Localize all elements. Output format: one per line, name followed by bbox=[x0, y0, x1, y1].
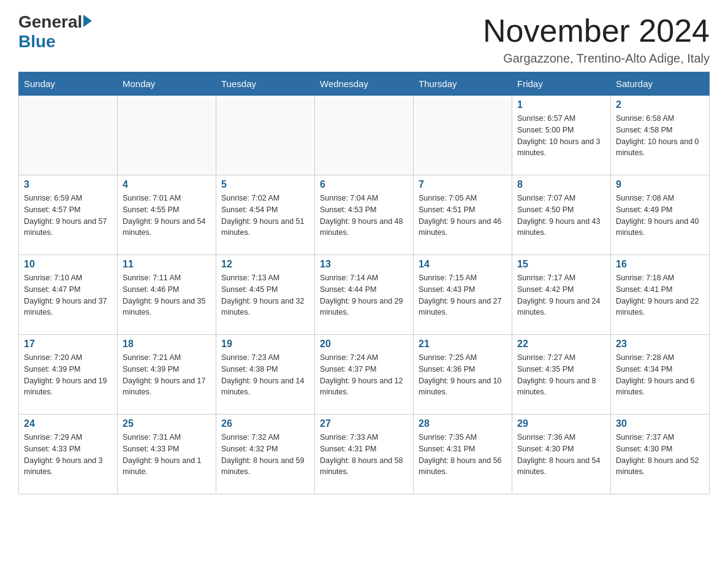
day-info: Sunrise: 7:35 AM Sunset: 4:31 PM Dayligh… bbox=[419, 432, 507, 478]
day-info: Sunrise: 7:11 AM Sunset: 4:46 PM Dayligh… bbox=[123, 272, 211, 318]
day-number: 12 bbox=[221, 259, 309, 270]
day-number: 26 bbox=[221, 418, 309, 429]
day-number: 10 bbox=[24, 259, 112, 270]
calendar-cell bbox=[19, 96, 118, 175]
day-number: 1 bbox=[517, 99, 605, 110]
logo: General Blue bbox=[18, 12, 92, 52]
logo-arrow-icon bbox=[83, 15, 92, 27]
calendar-cell: 17Sunrise: 7:20 AM Sunset: 4:39 PM Dayli… bbox=[19, 335, 118, 415]
day-info: Sunrise: 7:31 AM Sunset: 4:33 PM Dayligh… bbox=[123, 432, 211, 478]
day-info: Sunrise: 7:33 AM Sunset: 4:31 PM Dayligh… bbox=[320, 432, 408, 478]
calendar-header-row: SundayMondayTuesdayWednesdayThursdayFrid… bbox=[19, 72, 710, 96]
calendar-cell: 28Sunrise: 7:35 AM Sunset: 4:31 PM Dayli… bbox=[414, 415, 512, 494]
weekday-header-sunday: Sunday bbox=[19, 72, 118, 96]
weekday-header-friday: Friday bbox=[512, 72, 611, 96]
day-info: Sunrise: 7:05 AM Sunset: 4:51 PM Dayligh… bbox=[419, 193, 507, 239]
calendar-cell: 18Sunrise: 7:21 AM Sunset: 4:39 PM Dayli… bbox=[118, 335, 216, 415]
calendar-cell: 21Sunrise: 7:25 AM Sunset: 4:36 PM Dayli… bbox=[414, 335, 512, 415]
day-number: 13 bbox=[320, 259, 408, 270]
day-info: Sunrise: 7:32 AM Sunset: 4:32 PM Dayligh… bbox=[221, 432, 309, 478]
calendar-cell: 24Sunrise: 7:29 AM Sunset: 4:33 PM Dayli… bbox=[19, 415, 118, 494]
calendar-cell bbox=[216, 96, 315, 175]
weekday-header-tuesday: Tuesday bbox=[216, 72, 315, 96]
calendar-cell bbox=[414, 96, 512, 175]
day-number: 20 bbox=[320, 339, 408, 350]
day-info: Sunrise: 7:10 AM Sunset: 4:47 PM Dayligh… bbox=[24, 272, 112, 318]
day-number: 6 bbox=[320, 179, 408, 190]
calendar-cell: 16Sunrise: 7:18 AM Sunset: 4:41 PM Dayli… bbox=[611, 255, 710, 335]
calendar-cell: 12Sunrise: 7:13 AM Sunset: 4:45 PM Dayli… bbox=[216, 255, 315, 335]
day-info: Sunrise: 7:27 AM Sunset: 4:35 PM Dayligh… bbox=[517, 352, 605, 398]
day-number: 25 bbox=[123, 418, 211, 429]
day-number: 18 bbox=[123, 339, 211, 350]
weekday-header-monday: Monday bbox=[118, 72, 216, 96]
day-info: Sunrise: 7:04 AM Sunset: 4:53 PM Dayligh… bbox=[320, 193, 408, 239]
calendar-cell: 25Sunrise: 7:31 AM Sunset: 4:33 PM Dayli… bbox=[118, 415, 216, 494]
day-number: 3 bbox=[24, 179, 112, 190]
day-number: 15 bbox=[517, 259, 605, 270]
calendar-cell: 19Sunrise: 7:23 AM Sunset: 4:38 PM Dayli… bbox=[216, 335, 315, 415]
day-number: 27 bbox=[320, 418, 408, 429]
calendar-cell: 26Sunrise: 7:32 AM Sunset: 4:32 PM Dayli… bbox=[216, 415, 315, 494]
day-number: 4 bbox=[123, 179, 211, 190]
calendar-cell: 1Sunrise: 6:57 AM Sunset: 5:00 PM Daylig… bbox=[512, 96, 611, 175]
day-info: Sunrise: 7:20 AM Sunset: 4:39 PM Dayligh… bbox=[24, 352, 112, 398]
calendar-cell: 13Sunrise: 7:14 AM Sunset: 4:44 PM Dayli… bbox=[315, 255, 414, 335]
day-info: Sunrise: 7:36 AM Sunset: 4:30 PM Dayligh… bbox=[517, 432, 605, 478]
calendar-cell: 5Sunrise: 7:02 AM Sunset: 4:54 PM Daylig… bbox=[216, 175, 315, 255]
day-info: Sunrise: 7:37 AM Sunset: 4:30 PM Dayligh… bbox=[616, 432, 704, 478]
day-number: 23 bbox=[616, 339, 704, 350]
page-header: General Blue November 2024 Gargazzone, T… bbox=[18, 12, 710, 66]
calendar-cell: 9Sunrise: 7:08 AM Sunset: 4:49 PM Daylig… bbox=[611, 175, 710, 255]
day-info: Sunrise: 7:18 AM Sunset: 4:41 PM Dayligh… bbox=[616, 272, 704, 318]
weekday-header-wednesday: Wednesday bbox=[315, 72, 414, 96]
day-info: Sunrise: 7:07 AM Sunset: 4:50 PM Dayligh… bbox=[517, 193, 605, 239]
calendar-cell: 10Sunrise: 7:10 AM Sunset: 4:47 PM Dayli… bbox=[19, 255, 118, 335]
calendar-cell: 7Sunrise: 7:05 AM Sunset: 4:51 PM Daylig… bbox=[414, 175, 512, 255]
day-number: 29 bbox=[517, 418, 605, 429]
calendar-cell: 22Sunrise: 7:27 AM Sunset: 4:35 PM Dayli… bbox=[512, 335, 611, 415]
day-number: 11 bbox=[123, 259, 211, 270]
day-number: 21 bbox=[419, 339, 507, 350]
calendar-cell: 8Sunrise: 7:07 AM Sunset: 4:50 PM Daylig… bbox=[512, 175, 611, 255]
month-title: November 2024 bbox=[483, 12, 710, 49]
day-info: Sunrise: 7:15 AM Sunset: 4:43 PM Dayligh… bbox=[419, 272, 507, 318]
day-info: Sunrise: 7:24 AM Sunset: 4:37 PM Dayligh… bbox=[320, 352, 408, 398]
calendar-cell: 6Sunrise: 7:04 AM Sunset: 4:53 PM Daylig… bbox=[315, 175, 414, 255]
day-number: 30 bbox=[616, 418, 704, 429]
day-number: 22 bbox=[517, 339, 605, 350]
calendar-cell: 14Sunrise: 7:15 AM Sunset: 4:43 PM Dayli… bbox=[414, 255, 512, 335]
day-info: Sunrise: 7:23 AM Sunset: 4:38 PM Dayligh… bbox=[221, 352, 309, 398]
calendar-table: SundayMondayTuesdayWednesdayThursdayFrid… bbox=[18, 72, 710, 494]
day-info: Sunrise: 7:17 AM Sunset: 4:42 PM Dayligh… bbox=[517, 272, 605, 318]
day-number: 14 bbox=[419, 259, 507, 270]
day-info: Sunrise: 7:13 AM Sunset: 4:45 PM Dayligh… bbox=[221, 272, 309, 318]
calendar-week-row: 3Sunrise: 6:59 AM Sunset: 4:57 PM Daylig… bbox=[19, 175, 710, 255]
day-info: Sunrise: 6:57 AM Sunset: 5:00 PM Dayligh… bbox=[517, 113, 605, 159]
calendar-week-row: 1Sunrise: 6:57 AM Sunset: 5:00 PM Daylig… bbox=[19, 96, 710, 175]
calendar-week-row: 24Sunrise: 7:29 AM Sunset: 4:33 PM Dayli… bbox=[19, 415, 710, 494]
day-number: 7 bbox=[419, 179, 507, 190]
calendar-cell: 11Sunrise: 7:11 AM Sunset: 4:46 PM Dayli… bbox=[118, 255, 216, 335]
logo-general-text: General bbox=[18, 12, 82, 32]
weekday-header-saturday: Saturday bbox=[611, 72, 710, 96]
calendar-cell: 30Sunrise: 7:37 AM Sunset: 4:30 PM Dayli… bbox=[611, 415, 710, 494]
calendar-week-row: 10Sunrise: 7:10 AM Sunset: 4:47 PM Dayli… bbox=[19, 255, 710, 335]
calendar-week-row: 17Sunrise: 7:20 AM Sunset: 4:39 PM Dayli… bbox=[19, 335, 710, 415]
day-number: 9 bbox=[616, 179, 704, 190]
location-title: Gargazzone, Trentino-Alto Adige, Italy bbox=[483, 52, 710, 66]
calendar-cell: 2Sunrise: 6:58 AM Sunset: 4:58 PM Daylig… bbox=[611, 96, 710, 175]
calendar-cell: 15Sunrise: 7:17 AM Sunset: 4:42 PM Dayli… bbox=[512, 255, 611, 335]
day-number: 19 bbox=[221, 339, 309, 350]
day-info: Sunrise: 7:01 AM Sunset: 4:55 PM Dayligh… bbox=[123, 193, 211, 239]
logo-blue-text: Blue bbox=[18, 32, 56, 52]
calendar-cell bbox=[118, 96, 216, 175]
day-info: Sunrise: 7:25 AM Sunset: 4:36 PM Dayligh… bbox=[419, 352, 507, 398]
calendar-cell: 27Sunrise: 7:33 AM Sunset: 4:31 PM Dayli… bbox=[315, 415, 414, 494]
calendar-cell: 23Sunrise: 7:28 AM Sunset: 4:34 PM Dayli… bbox=[611, 335, 710, 415]
day-info: Sunrise: 7:29 AM Sunset: 4:33 PM Dayligh… bbox=[24, 432, 112, 478]
day-info: Sunrise: 6:59 AM Sunset: 4:57 PM Dayligh… bbox=[24, 193, 112, 239]
day-number: 16 bbox=[616, 259, 704, 270]
day-info: Sunrise: 6:58 AM Sunset: 4:58 PM Dayligh… bbox=[616, 113, 704, 159]
calendar-cell: 20Sunrise: 7:24 AM Sunset: 4:37 PM Dayli… bbox=[315, 335, 414, 415]
